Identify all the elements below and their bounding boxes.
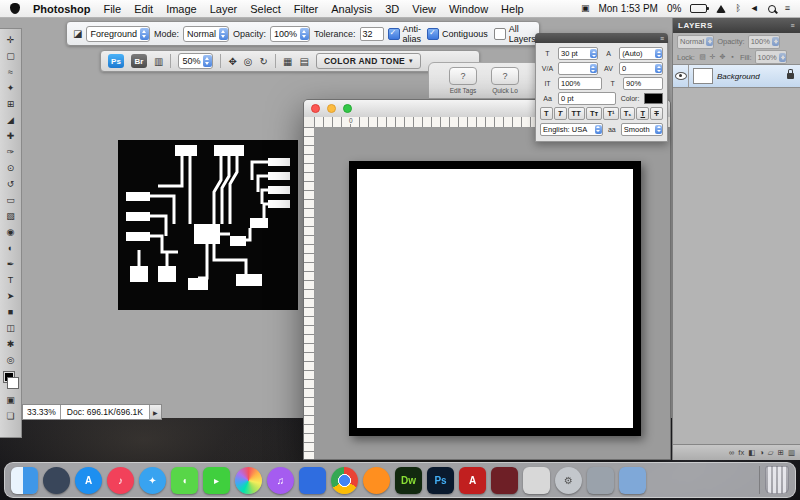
checkbox-anti-alias[interactable]: Anti-alias: [388, 24, 422, 44]
stepper-icon[interactable]: [595, 125, 602, 134]
tool-eraser-icon[interactable]: ▭: [2, 192, 20, 208]
dock-adobe-dark-icon[interactable]: [491, 467, 518, 494]
tool-lasso-icon[interactable]: ≈: [2, 64, 20, 80]
zoom-tool-icon[interactable]: ◎: [244, 56, 253, 67]
language-select[interactable]: English: USA: [540, 123, 603, 136]
layers-panel-tab[interactable]: LAYERS ≡: [673, 18, 800, 33]
photoshop-logo-icon[interactable]: Ps: [108, 54, 124, 68]
tool-dodge-icon[interactable]: ◐: [2, 240, 20, 256]
menu-file[interactable]: File: [103, 3, 121, 15]
edit-tags-icon[interactable]: ?: [449, 67, 477, 85]
layer-name[interactable]: Background: [717, 72, 787, 81]
subscript-button[interactable]: T₁: [620, 107, 636, 120]
tool-3d-rotate-icon[interactable]: ◫: [2, 320, 20, 336]
panel-menu-icon[interactable]: ≡: [660, 35, 664, 42]
dock-photos-icon[interactable]: [235, 467, 262, 494]
menu-window[interactable]: Window: [449, 3, 488, 15]
tool-type-icon[interactable]: T: [2, 272, 20, 288]
layer-mask-icon[interactable]: ◧: [748, 448, 755, 457]
faux-italic-button[interactable]: T: [554, 107, 567, 120]
dock-messages-icon[interactable]: ◖: [171, 467, 198, 494]
apple-menu-icon[interactable]: [10, 3, 20, 14]
dock-music-icon[interactable]: ♪: [107, 467, 134, 494]
layer-group-icon[interactable]: ▱: [768, 448, 774, 457]
horizontal-scale-field[interactable]: 90%: [623, 77, 663, 90]
menu-filter[interactable]: Filter: [294, 3, 318, 15]
stepper-icon[interactable]: [772, 37, 779, 46]
leading-field[interactable]: (Auto): [619, 47, 663, 60]
mode-select[interactable]: Normal: [183, 26, 229, 42]
workspace-switcher-button[interactable]: COLOR AND TONE ▾: [316, 53, 421, 69]
menu-image[interactable]: Image: [166, 3, 197, 15]
screen-mode-icon[interactable]: ▤: [299, 56, 308, 67]
lock-transparency-icon[interactable]: ▨: [698, 53, 707, 61]
menu-view[interactable]: View: [412, 3, 436, 15]
wifi-icon[interactable]: [716, 5, 726, 13]
tool-history-brush-icon[interactable]: ↺: [2, 176, 20, 192]
pcb-circuit-image[interactable]: [118, 140, 298, 310]
dock-launchpad-icon[interactable]: [43, 467, 70, 494]
anti-alias-select[interactable]: Smooth: [621, 123, 663, 136]
finder-quick-look[interactable]: ?Quick Lo: [491, 67, 519, 94]
tool-zoom-icon[interactable]: ◎: [2, 352, 20, 368]
dock-utilities-icon[interactable]: [587, 467, 614, 494]
layer-style-icon[interactable]: fx: [738, 448, 744, 457]
spotlight-icon[interactable]: [768, 5, 776, 13]
dock-photoshop-icon[interactable]: Ps: [427, 467, 454, 494]
tracking-field[interactable]: 0: [619, 62, 663, 75]
new-layer-icon[interactable]: ⊞: [778, 448, 784, 457]
layer-thumbnail[interactable]: [693, 68, 713, 84]
tool-screen-mode-icon[interactable]: ❏: [2, 408, 20, 424]
tool-move-icon[interactable]: ✛: [2, 32, 20, 48]
display-icon[interactable]: ▣: [581, 4, 590, 13]
document-canvas[interactable]: [349, 161, 641, 436]
link-layers-icon[interactable]: ∞: [729, 448, 734, 457]
dock-finder-icon[interactable]: [11, 467, 38, 494]
fill-select[interactable]: 100%: [755, 50, 787, 64]
stepper-icon[interactable]: [300, 28, 309, 40]
zoom-level-select[interactable]: 50%: [178, 53, 213, 69]
minimize-button[interactable]: [327, 104, 336, 113]
stepper-icon[interactable]: [219, 28, 228, 40]
stepper-icon[interactable]: [203, 55, 212, 67]
visibility-cell[interactable]: [673, 65, 689, 87]
kerning-field[interactable]: [558, 62, 598, 75]
opacity-select[interactable]: 100%: [270, 26, 310, 42]
bluetooth-icon[interactable]: ᛒ: [735, 4, 740, 13]
small-caps-button[interactable]: Tт: [586, 107, 602, 120]
app-menu-photoshop[interactable]: Photoshop: [33, 3, 90, 15]
notification-center-icon[interactable]: ≡: [785, 4, 790, 13]
tool-blur-icon[interactable]: ◉: [2, 224, 20, 240]
hand-tool-icon[interactable]: ✥: [228, 56, 236, 67]
superscript-button[interactable]: T¹: [603, 107, 618, 120]
menu-3d[interactable]: 3D: [385, 3, 399, 15]
tool-shape-icon[interactable]: ■: [2, 304, 20, 320]
dock-acrobat-icon[interactable]: A: [459, 467, 486, 494]
tool-brush-icon[interactable]: ✑: [2, 144, 20, 160]
stepper-icon[interactable]: [779, 53, 786, 62]
dock-chrome-icon[interactable]: [331, 467, 358, 494]
finder-edit-tags[interactable]: ?Edit Tags: [449, 67, 477, 94]
paint-bucket-icon[interactable]: ◪: [73, 28, 82, 39]
tool-quick-mask-icon[interactable]: ▣: [2, 392, 20, 408]
panel-menu-icon[interactable]: ≡: [790, 22, 795, 29]
stepper-icon[interactable]: [655, 49, 662, 58]
character-panel-header[interactable]: ≡: [535, 33, 668, 43]
blend-mode-select[interactable]: Normal: [677, 35, 714, 49]
status-menu-arrow-icon[interactable]: ▶: [149, 405, 161, 419]
tool-clone-stamp-icon[interactable]: ⊙: [2, 160, 20, 176]
vertical-scale-field[interactable]: 100%: [558, 77, 602, 90]
stepper-icon[interactable]: [140, 28, 149, 40]
dock-downloads-folder-icon[interactable]: [619, 467, 646, 494]
dock-itunes-icon[interactable]: ♫: [267, 467, 294, 494]
layer-opacity-select[interactable]: 100%: [748, 35, 780, 49]
menu-help[interactable]: Help: [501, 3, 524, 15]
checkbox-contiguous[interactable]: Contiguous: [427, 28, 488, 40]
dock-app-store-icon[interactable]: A: [75, 467, 102, 494]
bridge-icon[interactable]: Br: [131, 54, 147, 68]
menu-select[interactable]: Select: [250, 3, 281, 15]
tool-pen-icon[interactable]: ✒: [2, 256, 20, 272]
dock-dreamweaver-icon[interactable]: Dw: [395, 467, 422, 494]
tool-magic-wand-icon[interactable]: ✦: [2, 80, 20, 96]
baseline-shift-field[interactable]: 0 pt: [558, 92, 616, 105]
